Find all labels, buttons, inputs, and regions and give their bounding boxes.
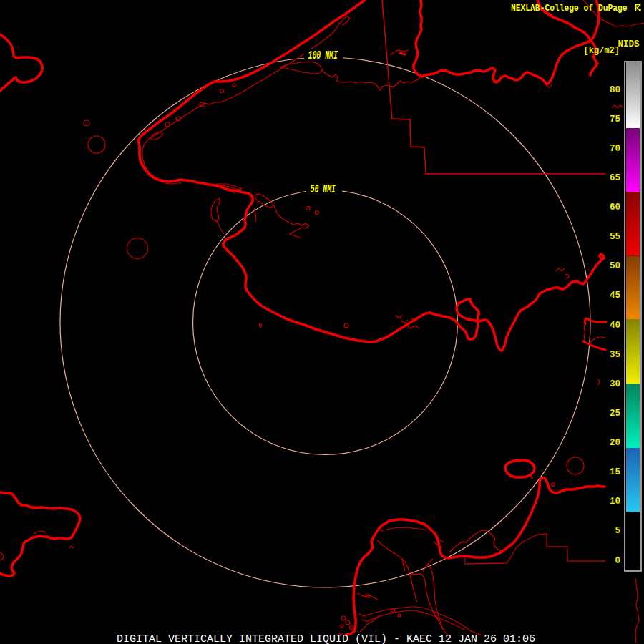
svg-text:80: 80 — [610, 85, 620, 95]
svg-text:10: 10 — [610, 497, 620, 507]
svg-text:30: 30 — [610, 379, 620, 389]
svg-text:0: 0 — [615, 556, 620, 566]
svg-text:50: 50 — [610, 261, 620, 271]
svg-text:NEXLAB-College of DuPage: NEXLAB-College of DuPage — [511, 3, 628, 14]
svg-text:45: 45 — [610, 291, 620, 301]
svg-text:DIGITAL VERTICALLY INTEGRATED: DIGITAL VERTICALLY INTEGRATED LIQUID (VI… — [117, 633, 535, 644]
svg-text:40: 40 — [610, 321, 620, 331]
svg-text:75: 75 — [610, 114, 620, 125]
svg-text:35: 35 — [610, 350, 620, 360]
svg-text:60: 60 — [610, 203, 620, 213]
svg-text:25: 25 — [610, 409, 620, 419]
svg-text:NIDS: NIDS — [618, 39, 640, 49]
svg-text:20: 20 — [610, 438, 620, 448]
svg-text:70: 70 — [610, 144, 620, 154]
svg-text:15: 15 — [610, 467, 620, 477]
svg-text:5: 5 — [615, 526, 620, 536]
svg-text:100 NMI: 100 NMI — [308, 49, 338, 62]
svg-text:65: 65 — [610, 173, 620, 183]
svg-text:[kg/m2]: [kg/m2] — [584, 46, 620, 56]
svg-text:55: 55 — [610, 232, 620, 242]
svg-text:50 NMI: 50 NMI — [311, 182, 336, 195]
